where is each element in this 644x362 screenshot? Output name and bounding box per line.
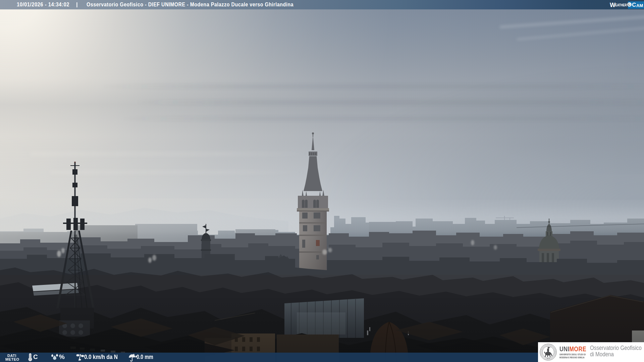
svg-text:1175: 1175 xyxy=(547,358,550,359)
